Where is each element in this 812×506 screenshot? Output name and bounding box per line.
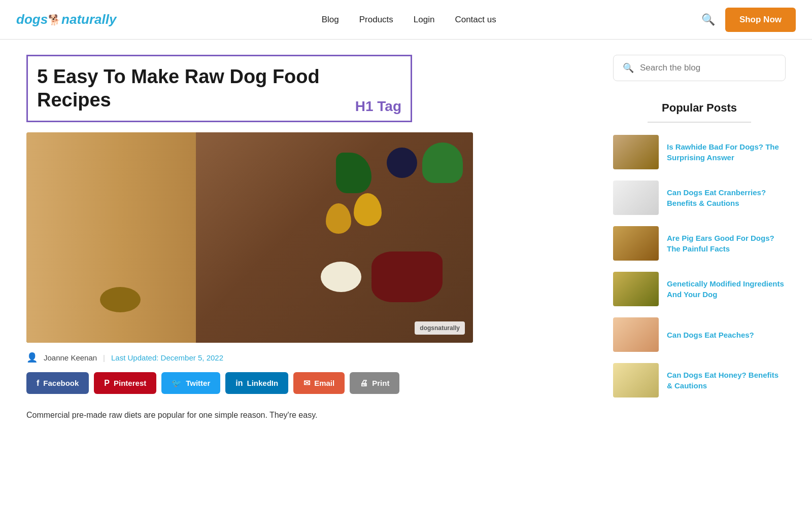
h1-tag-label: H1 Tag bbox=[355, 98, 401, 115]
popular-posts-title: Popular Posts bbox=[613, 101, 786, 115]
logo[interactable]: dogs 🐕 naturally bbox=[16, 12, 116, 27]
print-label: Print bbox=[372, 379, 389, 387]
main-nav: Blog Products Login Contact us bbox=[322, 15, 496, 25]
popular-posts-list: Is Rawhide Bad For Dogs? The Surprising … bbox=[613, 135, 786, 397]
beans-graphic bbox=[321, 262, 361, 292]
popular-post-item[interactable]: Can Dogs Eat Cranberries? Benefits & Cau… bbox=[613, 180, 786, 215]
meat-graphic bbox=[371, 251, 443, 302]
popular-posts: Popular Posts Is Rawhide Bad For Dogs? T… bbox=[613, 101, 786, 397]
last-updated: Last Updated: December 5, 2022 bbox=[111, 353, 223, 362]
h1-container: 5 Easy To Make Raw Dog Food Recipes H1 T… bbox=[26, 55, 412, 122]
popular-post-link-1[interactable]: Is Rawhide Bad For Dogs? The Surprising … bbox=[667, 141, 786, 163]
nav-blog[interactable]: Blog bbox=[322, 15, 339, 25]
popular-post-thumb-6 bbox=[613, 363, 659, 397]
page-body: 5 Easy To Make Raw Dog Food Recipes H1 T… bbox=[10, 40, 802, 437]
email-icon: ✉ bbox=[303, 378, 310, 388]
popular-post-thumb-4 bbox=[613, 272, 659, 306]
search-icon-button[interactable]: 🔍 bbox=[701, 13, 715, 26]
logo-naturally-text: naturally bbox=[61, 12, 116, 27]
popular-post-thumb-3 bbox=[613, 226, 659, 261]
linkedin-button[interactable]: in LinkedIn bbox=[225, 372, 288, 394]
logo-dogs-text: dogs bbox=[16, 12, 48, 27]
nav-login[interactable]: Login bbox=[414, 15, 435, 25]
site-header: dogs 🐕 naturally Blog Products Login Con… bbox=[0, 0, 812, 40]
popular-post-link-2[interactable]: Can Dogs Eat Cranberries? Benefits & Cau… bbox=[667, 187, 786, 208]
dog-icon: 🐕 bbox=[48, 14, 61, 26]
pinterest-icon: P bbox=[104, 379, 110, 388]
nav-products[interactable]: Products bbox=[359, 15, 393, 25]
author-separator: | bbox=[103, 353, 105, 362]
popular-post-item[interactable]: Is Rawhide Bad For Dogs? The Surprising … bbox=[613, 135, 786, 169]
article-intro: Commercial pre-made raw diets are popula… bbox=[26, 408, 463, 422]
popular-post-thumb-2 bbox=[613, 180, 659, 215]
popular-post-link-6[interactable]: Can Dogs Eat Honey? Benefits & Cautions bbox=[667, 370, 786, 391]
pinterest-label: Pinterest bbox=[114, 379, 146, 387]
search-input[interactable] bbox=[640, 63, 776, 73]
author-line: 👤 Joanne Keenan | Last Updated: December… bbox=[26, 352, 589, 363]
twitter-icon: 🐦 bbox=[172, 378, 182, 388]
facebook-icon: f bbox=[37, 379, 39, 388]
popular-post-link-4[interactable]: Genetically Modified Ingredients And You… bbox=[667, 278, 786, 300]
twitter-label: Twitter bbox=[186, 379, 210, 387]
last-updated-label: Last Updated: bbox=[111, 353, 158, 362]
header-right: 🔍 Shop Now bbox=[701, 8, 796, 32]
search-box[interactable]: 🔍 bbox=[613, 55, 786, 81]
popular-post-item[interactable]: Can Dogs Eat Peaches? bbox=[613, 317, 786, 352]
article-h1: 5 Easy To Make Raw Dog Food Recipes bbox=[37, 65, 398, 112]
print-icon: 🖨 bbox=[360, 379, 368, 388]
facebook-label: Facebook bbox=[43, 379, 79, 387]
search-box-icon: 🔍 bbox=[623, 62, 634, 74]
email-label: Email bbox=[314, 379, 334, 387]
article-image-inner: dogsnaturally bbox=[26, 132, 473, 343]
main-content: 5 Easy To Make Raw Dog Food Recipes H1 T… bbox=[26, 55, 589, 422]
sidebar: 🔍 Popular Posts Is Rawhide Bad For Dogs?… bbox=[613, 55, 786, 422]
pinterest-button[interactable]: P Pinterest bbox=[94, 372, 156, 394]
twitter-button[interactable]: 🐦 Twitter bbox=[161, 372, 220, 394]
social-buttons: f Facebook P Pinterest 🐦 Twitter in Link… bbox=[26, 372, 589, 394]
egg1-graphic bbox=[354, 193, 382, 226]
shop-now-button[interactable]: Shop Now bbox=[725, 8, 796, 32]
linkedin-icon: in bbox=[235, 379, 243, 388]
image-watermark: dogsnaturally bbox=[415, 321, 465, 335]
author-icon: 👤 bbox=[26, 352, 38, 363]
facebook-button[interactable]: f Facebook bbox=[26, 372, 89, 394]
nav-contact[interactable]: Contact us bbox=[455, 15, 496, 25]
popular-post-item[interactable]: Can Dogs Eat Honey? Benefits & Cautions bbox=[613, 363, 786, 397]
egg2-graphic bbox=[326, 203, 351, 234]
popular-post-item[interactable]: Are Pig Ears Good For Dogs? The Painful … bbox=[613, 226, 786, 261]
popular-post-thumb-5 bbox=[613, 317, 659, 352]
kale-graphic bbox=[336, 153, 371, 193]
email-button[interactable]: ✉ Email bbox=[293, 372, 345, 394]
linkedin-label: LinkedIn bbox=[247, 379, 279, 387]
dog-face-graphic bbox=[26, 132, 214, 343]
popular-post-link-3[interactable]: Are Pig Ears Good For Dogs? The Painful … bbox=[667, 233, 786, 254]
popular-posts-divider bbox=[648, 122, 751, 123]
author-name: Joanne Keenan bbox=[44, 353, 97, 362]
popular-post-item[interactable]: Genetically Modified Ingredients And You… bbox=[613, 272, 786, 306]
berries-graphic bbox=[387, 148, 417, 178]
last-updated-date: December 5, 2022 bbox=[161, 353, 223, 362]
food-board-graphic bbox=[196, 132, 473, 343]
popular-post-link-5[interactable]: Can Dogs Eat Peaches? bbox=[667, 330, 754, 340]
broccoli-top-graphic bbox=[422, 142, 463, 183]
print-button[interactable]: 🖨 Print bbox=[350, 372, 399, 394]
popular-post-thumb-1 bbox=[613, 135, 659, 169]
article-image: dogsnaturally bbox=[26, 132, 473, 343]
